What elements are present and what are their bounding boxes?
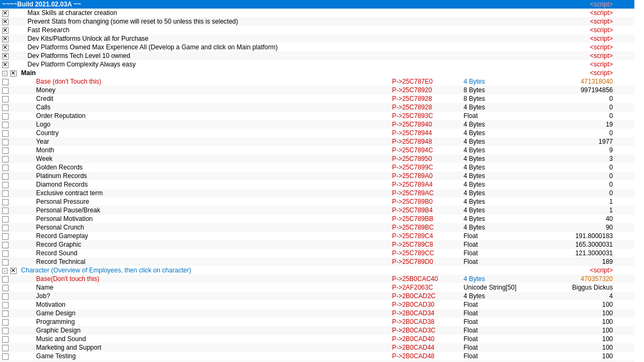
main-container: ~~~~Build 2021.02.03A ~~ <script> Max Sk… (0, 0, 644, 362)
expand-icon[interactable]: - (2, 71, 8, 76)
checkbox-icon[interactable] (2, 10, 9, 17)
checkbox-empty-icon3[interactable] (2, 165, 9, 171)
checkbox-empty-icon3[interactable] (2, 96, 9, 102)
checkbox-cell[interactable] (0, 9, 19, 17)
checkbox-empty-icon3[interactable] (2, 242, 9, 248)
empty-check-cell[interactable] (0, 94, 19, 103)
empty-check-cell[interactable] (0, 129, 19, 137)
row-val: 100 (543, 309, 634, 317)
empty-check-cell[interactable] (0, 335, 19, 343)
section-val: <script> (543, 69, 634, 77)
checkbox-empty-icon2[interactable] (2, 276, 9, 283)
empty-check-cell[interactable] (0, 249, 19, 257)
checkbox-icon[interactable] (2, 36, 9, 42)
checkbox-empty-icon3[interactable] (2, 87, 9, 94)
checkbox-empty-icon3[interactable] (2, 208, 9, 214)
checkbox-empty-icon3[interactable] (2, 105, 9, 111)
checkbox-icon[interactable] (10, 70, 17, 77)
empty-check-cell[interactable] (0, 317, 19, 326)
checkbox-empty-icon3[interactable] (2, 139, 9, 145)
checkbox-empty-icon3[interactable] (2, 216, 9, 223)
table-scroll-area[interactable]: ~~~~Build 2021.02.03A ~~ <script> Max Sk… (0, 0, 634, 362)
checkbox-empty-icon3[interactable] (2, 345, 9, 351)
empty-check-cell[interactable] (0, 215, 19, 223)
row-addr: P->25C789CC (390, 249, 461, 257)
row-val: <script> (543, 17, 634, 26)
checkbox-empty-icon3[interactable] (2, 225, 9, 231)
checkbox-empty-icon3[interactable] (2, 293, 9, 300)
checkbox-empty-icon3[interactable] (2, 250, 9, 257)
base2-check-cell[interactable] (0, 275, 19, 283)
checkbox-cell[interactable] (0, 51, 19, 60)
checkbox-icon[interactable] (2, 45, 9, 51)
checkbox-empty-icon3[interactable] (2, 259, 9, 265)
checkbox-empty-icon3[interactable] (2, 233, 9, 240)
row-val: 1 (543, 197, 634, 206)
table-row: - Character (Overview of Employees, then… (0, 266, 634, 275)
checkbox-icon[interactable] (2, 53, 9, 60)
checkbox-icon[interactable] (2, 27, 9, 34)
table-row: Game Design P->2B0CAD34 Float 100 (0, 309, 634, 317)
empty-check-cell[interactable] (0, 120, 19, 129)
checkbox-empty-icon3[interactable] (2, 328, 9, 334)
checkbox-icon[interactable] (2, 19, 9, 25)
checkbox-empty-icon3[interactable] (2, 311, 9, 317)
checkbox-cell[interactable] (0, 26, 19, 34)
empty-check-cell[interactable] (0, 223, 19, 232)
table-row: Platinum Records P->25C789A0 4 Bytes 0 (0, 172, 634, 180)
empty-check-cell[interactable] (0, 232, 19, 240)
empty-check-cell[interactable] (0, 180, 19, 189)
base-check-cell[interactable] (0, 77, 19, 86)
checkbox-empty-icon3[interactable] (2, 285, 9, 291)
checkbox-empty-icon3[interactable] (2, 173, 9, 180)
empty-check-cell[interactable] (0, 112, 19, 120)
checkbox-empty-icon3[interactable] (2, 199, 9, 205)
empty-check-cell[interactable] (0, 146, 19, 154)
empty-check-cell[interactable] (0, 189, 19, 197)
checkbox-empty-icon3[interactable] (2, 319, 9, 326)
table-row: Country P->25C78944 4 Bytes 0 (0, 129, 634, 137)
checkbox-cell[interactable] (0, 34, 19, 43)
checkbox-empty-icon3[interactable] (2, 190, 9, 197)
table-row: Exclusive contract term P->25C789AC 4 By… (0, 189, 634, 197)
checkbox-cell[interactable] (0, 60, 19, 69)
checkbox-icon[interactable] (2, 62, 9, 68)
expand-icon2[interactable]: - (2, 268, 8, 274)
checkbox-icon2[interactable] (10, 268, 17, 274)
empty-check-cell[interactable] (0, 163, 19, 172)
empty-check-cell[interactable] (0, 86, 19, 94)
expand-cell2[interactable]: - (0, 266, 19, 275)
checkbox-empty-icon3[interactable] (2, 182, 9, 188)
checkbox-empty-icon3[interactable] (2, 353, 9, 360)
table-row: Record Sound P->25C789CC Float 121.30000… (0, 249, 634, 257)
empty-check-cell[interactable] (0, 326, 19, 335)
row-val: 19 (543, 120, 634, 129)
empty-check-cell[interactable] (0, 154, 19, 163)
empty-check-cell[interactable] (0, 300, 19, 309)
empty-check-cell[interactable] (0, 257, 19, 266)
checkbox-empty-icon[interactable] (2, 79, 9, 85)
checkbox-empty-icon3[interactable] (2, 147, 9, 154)
row-addr: P->25C789AC (390, 189, 461, 197)
empty-check-cell[interactable] (0, 343, 19, 352)
empty-check-cell[interactable] (0, 352, 19, 360)
checkbox-cell[interactable] (0, 17, 19, 26)
empty-check-cell[interactable] (0, 137, 19, 146)
checkbox-empty-icon3[interactable] (2, 130, 9, 137)
empty-check-cell[interactable] (0, 103, 19, 112)
checkbox-empty-icon3[interactable] (2, 156, 9, 162)
empty-check-cell[interactable] (0, 172, 19, 180)
expand-cell[interactable]: - (0, 69, 19, 77)
checkbox-empty-icon3[interactable] (2, 336, 9, 343)
checkbox-cell[interactable] (0, 43, 19, 51)
empty-check-cell[interactable] (0, 206, 19, 215)
empty-check-cell[interactable] (0, 292, 19, 300)
checkbox-empty-icon3[interactable] (2, 302, 9, 308)
empty-check-cell[interactable] (0, 283, 19, 292)
empty-check-cell[interactable] (0, 197, 19, 206)
row-addr: P->25C7899C (390, 163, 461, 172)
checkbox-empty-icon3[interactable] (2, 122, 9, 128)
empty-check-cell[interactable] (0, 240, 19, 249)
checkbox-empty-icon3[interactable] (2, 113, 9, 120)
empty-check-cell[interactable] (0, 309, 19, 317)
